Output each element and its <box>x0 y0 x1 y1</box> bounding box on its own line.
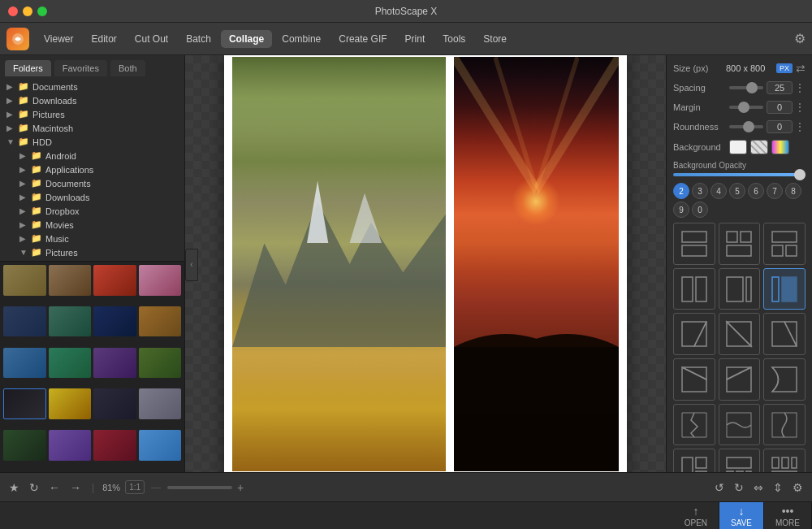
thumbnail-8[interactable] <box>139 306 182 337</box>
thumbnail-5[interactable] <box>3 306 46 337</box>
save-button[interactable]: ↓ SAVE <box>719 502 764 529</box>
collage-canvas[interactable] <box>224 55 627 472</box>
thumbnail-11[interactable] <box>93 348 136 379</box>
spacing-stepper[interactable]: ⋮ <box>794 81 806 94</box>
settings-button[interactable]: ⚙ <box>790 479 806 496</box>
thumbnail-16[interactable] <box>139 388 182 419</box>
layout-option-10[interactable] <box>673 358 715 401</box>
tree-item-documents-root[interactable]: ▶ 📁 Documents <box>0 80 184 93</box>
margin-input[interactable] <box>767 101 793 114</box>
thumbnail-4[interactable] <box>139 265 182 296</box>
margin-stepper[interactable]: ⋮ <box>794 101 806 114</box>
count-circle-7[interactable]: 7 <box>767 183 783 199</box>
forward-button[interactable]: → <box>67 479 84 496</box>
bg-opacity-thumb[interactable] <box>794 169 806 180</box>
tree-item-applications[interactable]: ▶ 📁 Applications <box>0 163 184 176</box>
roundness-slider[interactable] <box>729 125 763 128</box>
thumbnail-20[interactable] <box>139 430 182 461</box>
collage-left-photo[interactable] <box>232 57 446 471</box>
count-circle-3[interactable]: 3 <box>692 183 708 199</box>
thumbnail-15[interactable] <box>93 388 136 419</box>
collapse-panel-button[interactable]: ‹ <box>185 249 198 281</box>
collage-right-photo[interactable] <box>454 57 619 471</box>
thumbnail-7[interactable] <box>93 306 136 337</box>
rotate-ccw-button[interactable]: ↺ <box>712 479 727 496</box>
star-button[interactable]: ★ <box>6 479 22 496</box>
toolbar-batch[interactable]: Batch <box>178 30 219 48</box>
count-circle-5[interactable]: 5 <box>729 183 745 199</box>
count-circle-4[interactable]: 4 <box>710 183 727 199</box>
tree-item-pictures-hdd[interactable]: ▼ 📁 Pictures <box>0 245 184 259</box>
layout-option-11[interactable] <box>719 358 761 401</box>
thumbnail-2[interactable] <box>49 265 92 296</box>
tree-item-hdd[interactable]: ▼ 📁 HDD <box>0 135 184 149</box>
thumbnail-1[interactable] <box>3 265 46 296</box>
thumbnail-9[interactable] <box>3 348 46 379</box>
tree-item-downloads-hdd[interactable]: ▶ 📁 Downloads <box>0 190 184 204</box>
spacing-slider[interactable] <box>729 86 763 89</box>
layout-option-13[interactable] <box>673 404 715 446</box>
layout-option-16[interactable] <box>673 449 715 472</box>
thumbnail-13[interactable] <box>3 388 46 419</box>
roundness-input[interactable] <box>767 120 793 133</box>
thumbnail-6[interactable] <box>49 306 92 337</box>
rotate-cw-button[interactable]: ↻ <box>732 479 746 496</box>
close-button[interactable] <box>8 7 18 16</box>
layout-option-15[interactable] <box>763 404 806 446</box>
count-circle-9[interactable]: 9 <box>673 202 689 218</box>
refresh-button[interactable]: ↻ <box>27 479 41 496</box>
thumbnail-12[interactable] <box>139 348 182 379</box>
tree-item-downloads-root[interactable]: ▶ 📁 Downloads <box>0 93 184 107</box>
maximize-button[interactable] <box>37 7 47 16</box>
margin-slider[interactable] <box>729 106 763 109</box>
toolbar-combine[interactable]: Combine <box>274 30 329 48</box>
toolbar-viewer[interactable]: Viewer <box>36 30 81 48</box>
count-circle-8[interactable]: 8 <box>785 183 801 199</box>
toolbar-store[interactable]: Store <box>475 30 515 48</box>
tree-item-movies[interactable]: ▶ 📁 Movies <box>0 218 184 232</box>
layout-option-7[interactable] <box>673 313 715 355</box>
tree-item-music[interactable]: ▶ 📁 Music <box>0 232 184 245</box>
tree-item-macintosh[interactable]: ▶ 📁 Macintosh <box>0 121 184 135</box>
spacing-input[interactable] <box>767 81 793 94</box>
tree-item-documents-hdd[interactable]: ▶ 📁 Documents <box>0 176 184 190</box>
zoom-ratio-button[interactable]: 1:1 <box>125 480 145 494</box>
bg-swatch-gradient[interactable] <box>771 140 789 154</box>
layout-option-18[interactable] <box>763 449 806 472</box>
layout-option-14[interactable] <box>719 404 761 446</box>
tree-item-android[interactable]: ▶ 📁 Android <box>0 149 184 163</box>
more-button[interactable]: ••• MORE <box>764 502 812 529</box>
thumbnail-19[interactable] <box>93 430 136 461</box>
tree-item-dropbox[interactable]: ▶ 📁 Dropbox <box>0 204 184 218</box>
gear-icon[interactable]: ⚙ <box>794 31 806 46</box>
tab-both[interactable]: Both <box>110 60 145 76</box>
thumbnail-18[interactable] <box>49 430 92 461</box>
bg-swatch-white[interactable] <box>729 140 747 154</box>
count-circle-2[interactable]: 2 <box>673 183 689 199</box>
toolbar-editor[interactable]: Editor <box>83 30 124 48</box>
toolbar-cutout[interactable]: Cut Out <box>127 30 176 48</box>
flip-v-button[interactable]: ⇕ <box>771 479 785 496</box>
layout-option-12[interactable] <box>763 358 806 401</box>
tab-folders[interactable]: Folders <box>5 60 51 76</box>
bg-swatch-pattern[interactable] <box>750 140 768 154</box>
thumbnail-10[interactable] <box>49 348 92 379</box>
toolbar-creategif[interactable]: Create GIF <box>330 30 395 48</box>
toolbar-print[interactable]: Print <box>397 30 434 48</box>
layout-option-5[interactable] <box>719 268 761 310</box>
tree-item-pictures-root[interactable]: ▶ 📁 Pictures <box>0 107 184 121</box>
layout-option-2[interactable] <box>719 223 761 265</box>
flip-h-button[interactable]: ⇔ <box>751 479 766 496</box>
zoom-plus-icon[interactable]: + <box>237 481 244 494</box>
layout-option-9[interactable] <box>763 313 806 355</box>
bg-opacity-slider[interactable] <box>673 173 806 176</box>
thumbnail-3[interactable] <box>93 265 136 296</box>
resize-icon[interactable]: ⇄ <box>796 62 806 75</box>
thumbnail-17[interactable] <box>3 430 46 461</box>
count-circle-0[interactable]: 0 <box>692 202 708 218</box>
layout-option-17[interactable] <box>719 449 761 472</box>
zoom-slider[interactable] <box>167 486 232 489</box>
toolbar-tools[interactable]: Tools <box>434 30 473 48</box>
layout-option-3[interactable] <box>763 223 806 265</box>
minimize-button[interactable] <box>23 7 32 16</box>
